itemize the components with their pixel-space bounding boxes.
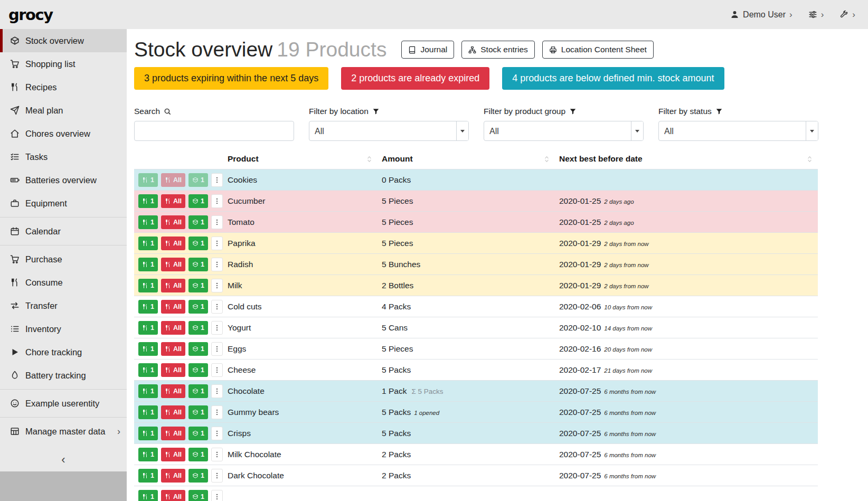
consume-all-button[interactable]: All: [161, 469, 185, 483]
consume-all-button[interactable]: All: [161, 427, 185, 440]
quick-settings-menu[interactable]: [808, 10, 824, 19]
open-one-button[interactable]: 1: [188, 237, 208, 250]
sidebar-item-consume[interactable]: Consume: [0, 271, 127, 294]
open-one-button[interactable]: 1: [188, 405, 208, 419]
consume-one-button[interactable]: 1: [138, 363, 158, 377]
consume-one-button[interactable]: 1: [138, 279, 158, 292]
row-menu-button[interactable]: [211, 300, 223, 314]
consume-all-button[interactable]: All: [161, 384, 185, 398]
consume-one-button[interactable]: 1: [138, 490, 158, 501]
sidebar-item-inventory[interactable]: Inventory: [0, 317, 127, 341]
consume-all-button[interactable]: All: [161, 363, 185, 377]
sidebar-collapse-button[interactable]: [0, 448, 127, 471]
open-one-button[interactable]: 1: [188, 300, 208, 314]
consume-all-button[interactable]: All: [161, 215, 185, 229]
location-content-sheet-button[interactable]: Location Content Sheet: [542, 41, 654, 59]
consume-one-button[interactable]: 1: [138, 300, 158, 314]
open-one-button[interactable]: 1: [188, 215, 208, 229]
column-header-best-before[interactable]: Next best before date: [555, 149, 818, 169]
row-menu-button[interactable]: [211, 469, 223, 483]
row-menu-button[interactable]: [211, 490, 223, 501]
sidebar-item-battery-tracking[interactable]: Battery tracking: [0, 364, 127, 387]
banner-expiring-soon[interactable]: 3 products expiring within the next 5 da…: [134, 67, 328, 90]
sidebar-item-example-userentity[interactable]: Example userentity: [0, 392, 127, 415]
sidebar-item-calendar[interactable]: Calendar: [0, 220, 127, 243]
consume-all-button[interactable]: All: [161, 448, 185, 461]
consume-one-button[interactable]: 1: [138, 215, 158, 229]
consume-one-button[interactable]: 1: [138, 321, 158, 335]
consume-all-button[interactable]: All: [161, 258, 185, 271]
banner-expired[interactable]: 2 products are already expired: [341, 67, 489, 90]
search-input[interactable]: [134, 121, 294, 141]
open-one-button[interactable]: 1: [188, 194, 208, 208]
open-one-button[interactable]: 1: [188, 469, 208, 483]
row-menu-button[interactable]: [211, 258, 223, 271]
column-header-product[interactable]: Product: [223, 149, 378, 169]
open-one-button[interactable]: 1: [188, 490, 208, 501]
row-menu-button[interactable]: [211, 321, 223, 335]
row-menu-button[interactable]: [211, 342, 223, 356]
consume-one-button[interactable]: 1: [138, 405, 158, 419]
product-group-filter-select[interactable]: All: [484, 121, 644, 141]
open-one-button[interactable]: 1: [188, 427, 208, 440]
consume-all-button[interactable]: All: [161, 405, 185, 419]
open-one-button[interactable]: 1: [188, 363, 208, 377]
row-menu-button[interactable]: [211, 427, 223, 440]
open-one-button[interactable]: 1: [188, 321, 208, 335]
open-one-button[interactable]: 1: [188, 258, 208, 271]
consume-all-button[interactable]: All: [161, 194, 185, 208]
sidebar-item-shopping-list[interactable]: Shopping list: [0, 52, 127, 75]
consume-all-button[interactable]: All: [161, 342, 185, 356]
logo[interactable]: grocy: [8, 6, 53, 24]
sidebar-item-chore-tracking[interactable]: Chore tracking: [0, 341, 127, 364]
sidebar-item-purchase[interactable]: Purchase: [0, 248, 127, 271]
banner-below-min-stock[interactable]: 4 products are below defined min. stock …: [502, 67, 724, 90]
sidebar-divider: [0, 389, 127, 390]
consume-all-button[interactable]: All: [161, 237, 185, 250]
consume-one-button[interactable]: 1: [138, 448, 158, 461]
sidebar-item-tasks[interactable]: Tasks: [0, 145, 127, 168]
sidebar-item-transfer[interactable]: Transfer: [0, 294, 127, 317]
row-menu-button[interactable]: [211, 194, 223, 208]
row-menu-button[interactable]: [211, 237, 223, 250]
sidebar-item-chores-overview[interactable]: Chores overview: [0, 122, 127, 145]
sidebar-item-meal-plan[interactable]: Meal plan: [0, 99, 127, 122]
open-one-button[interactable]: 1: [188, 384, 208, 398]
stock-entries-button[interactable]: Stock entries: [461, 41, 535, 59]
open-one-button[interactable]: 1: [188, 342, 208, 356]
consume-all-button[interactable]: All: [161, 490, 185, 501]
consume-all-button[interactable]: All: [161, 173, 185, 187]
consume-one-button[interactable]: 1: [138, 173, 158, 187]
row-menu-button[interactable]: [211, 448, 223, 461]
consume-all-button[interactable]: All: [161, 279, 185, 292]
sidebar-item-recipes[interactable]: Recipes: [0, 75, 127, 99]
consume-all-button[interactable]: All: [161, 300, 185, 314]
user-menu[interactable]: Demo User: [730, 10, 792, 20]
consume-one-button[interactable]: 1: [138, 237, 158, 250]
open-one-button[interactable]: 1: [188, 173, 208, 187]
column-header-amount[interactable]: Amount: [378, 149, 555, 169]
consume-all-button[interactable]: All: [161, 321, 185, 335]
row-menu-button[interactable]: [211, 173, 223, 187]
admin-tools-menu[interactable]: [839, 10, 855, 19]
row-menu-button[interactable]: [211, 279, 223, 292]
row-menu-button[interactable]: [211, 384, 223, 398]
row-menu-button[interactable]: [211, 405, 223, 419]
status-filter-select[interactable]: All: [658, 121, 818, 141]
journal-button[interactable]: Journal: [401, 41, 454, 59]
location-filter-select[interactable]: All: [309, 121, 469, 141]
sidebar-item-batteries-overview[interactable]: Batteries overview: [0, 168, 127, 192]
consume-one-button[interactable]: 1: [138, 384, 158, 398]
consume-one-button[interactable]: 1: [138, 469, 158, 483]
consume-one-button[interactable]: 1: [138, 258, 158, 271]
consume-one-button[interactable]: 1: [138, 194, 158, 208]
sidebar-item-equipment[interactable]: Equipment: [0, 192, 127, 215]
sidebar-item-stock-overview[interactable]: Stock overview: [0, 29, 127, 52]
consume-one-button[interactable]: 1: [138, 427, 158, 440]
open-one-button[interactable]: 1: [188, 279, 208, 292]
consume-one-button[interactable]: 1: [138, 342, 158, 356]
sidebar-item-manage-master-data[interactable]: Manage master data: [0, 420, 127, 443]
row-menu-button[interactable]: [211, 215, 223, 229]
open-one-button[interactable]: 1: [188, 448, 208, 461]
row-menu-button[interactable]: [211, 363, 223, 377]
